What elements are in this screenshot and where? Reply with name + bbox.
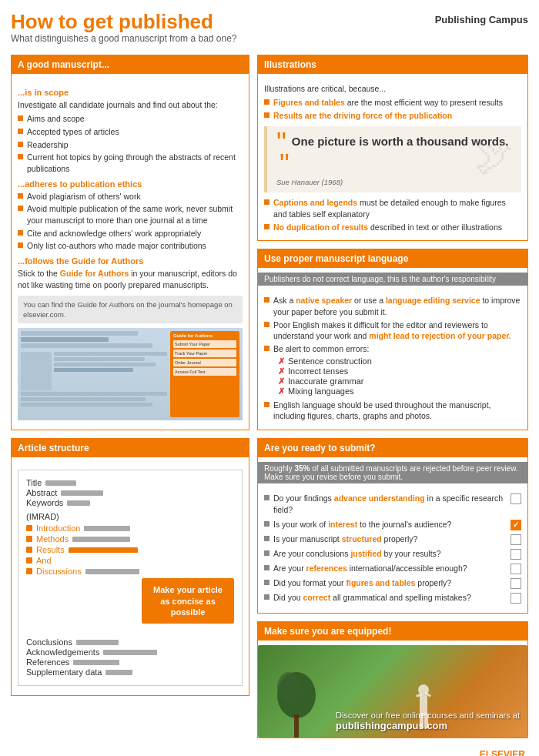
submit-header: Are you ready to submit?: [258, 439, 527, 457]
item-text: Are your conclusions justified by your r…: [273, 548, 507, 560]
x-icon: ✗: [278, 386, 285, 396]
errors-list: ✗Sentence construction ✗Incorrect tenses…: [278, 356, 521, 396]
bullet-icon: [264, 112, 270, 118]
error-item: ✗Mixing languages: [278, 386, 521, 396]
language-list: Ask a native speaker or use a language e…: [264, 295, 521, 354]
bullet-icon: [264, 224, 270, 229]
methods-bar: [26, 536, 32, 542]
checkbox[interactable]: [511, 564, 521, 574]
references-item: References: [26, 657, 234, 667]
checklist-item: Did you format your figures and tables p…: [264, 577, 521, 589]
supplementary-item: Supplementary data: [26, 667, 234, 677]
checkbox[interactable]: [511, 549, 521, 560]
item-text: Cite and acknowledge others' work approp…: [27, 228, 201, 239]
introduction-item: Introduction: [26, 524, 234, 533]
concise-callout: Make your article as concise as possible: [142, 578, 234, 624]
item-text: Avoid plagiarism of others' work: [27, 191, 141, 202]
discussions-data-bar: [85, 569, 139, 574]
submit-subheader: Roughly 35% of all submitted manuscripts…: [258, 462, 527, 483]
checkbox[interactable]: [511, 493, 521, 504]
checkmark-icon: ✓: [513, 520, 519, 530]
list-item: Results are the driving force of the pub…: [264, 110, 521, 122]
header: How to get published What distinguishes …: [11, 11, 528, 52]
checkbox[interactable]: [511, 534, 521, 545]
bullet-icon: [264, 565, 270, 570]
bullet-icon: [18, 243, 23, 248]
and-label: And: [36, 556, 52, 565]
page: How to get published What distinguishes …: [0, 0, 539, 756]
checkbox-checked[interactable]: ✓: [511, 520, 521, 530]
checklist-item: Did you correct all grammatical and spel…: [264, 592, 521, 604]
checkbox[interactable]: [511, 578, 521, 589]
item-text: Is your work of interest to the journal'…: [273, 519, 507, 530]
list-item: Ask a native speaker or use a language e…: [264, 295, 521, 317]
list-item: Figures and tables are the most efficien…: [264, 97, 521, 109]
ethics-list: Avoid plagiarism of others' work Avoid m…: [18, 191, 243, 252]
subtitle: What distinguishes a good manuscript fro…: [11, 33, 237, 44]
svg-rect-4: [420, 695, 427, 714]
error-text: Inaccurate grammar: [288, 376, 363, 386]
supp-label: Supplementary data: [26, 667, 102, 677]
x-icon: ✗: [278, 366, 285, 376]
bullet-icon: [264, 594, 270, 600]
bullet-icon: [18, 142, 23, 147]
methods-label: Methods: [36, 534, 69, 544]
results-data-bar: [69, 547, 138, 553]
quote-block: " One picture is worth a thousand words.…: [264, 126, 521, 193]
item-text: Are your references international/access…: [273, 563, 507, 574]
error-text: Incorrect tenses: [288, 366, 348, 376]
checklist-item: Is your work of interest to the journal'…: [264, 519, 521, 530]
list-item: Readership: [18, 139, 243, 151]
ack-label: Acknowledgements: [26, 647, 99, 657]
bullet-icon: [264, 402, 270, 407]
right-column: Illustrations Illustrations are critical…: [257, 55, 528, 746]
ref-label: References: [26, 657, 69, 667]
error-item: ✗Incorrect tenses: [278, 366, 521, 376]
bullet-icon: [264, 99, 270, 105]
bullet-icon: [18, 206, 23, 211]
bullet-icon: [18, 230, 23, 236]
error-item: ✗Sentence construction: [278, 356, 521, 366]
intro-label: Introduction: [36, 524, 80, 533]
list-item: Avoid multiple publication of the same w…: [18, 203, 243, 226]
discussions-item: Discussions: [26, 567, 234, 576]
item-text: Captions and legends must be detailed en…: [273, 197, 521, 219]
language-list2: English language should be used througho…: [264, 400, 521, 422]
info-box: You can find the Guide for Authors on th…: [18, 296, 243, 324]
keywords-label: Keywords: [26, 498, 63, 507]
abstract-item: Abstract: [26, 488, 234, 497]
item-text: Be alert to common errors:: [273, 343, 369, 355]
ref-bar: [73, 660, 119, 665]
list-item: Cite and acknowledge others' work approp…: [18, 228, 243, 239]
item-text: Only list co-authors who made major cont…: [27, 240, 206, 252]
svg-point-1: [277, 672, 300, 703]
results-label: Results: [36, 545, 65, 554]
in-scope-intro: Investigate all candidate journals and f…: [18, 99, 243, 111]
bullet-icon: [18, 193, 23, 199]
illustrations-header: Illustrations: [258, 55, 527, 74]
checklist-item: Do your findings advance understanding i…: [264, 493, 521, 515]
checklist-item: Are your references international/access…: [264, 563, 521, 574]
bullet-icon: [264, 346, 270, 351]
illustrations-body: Illustrations are critical, because... F…: [258, 79, 527, 241]
acknowledgements-item: Acknowledgements: [26, 647, 234, 657]
language-section: Use proper manuscript language Publisher…: [257, 249, 528, 430]
bird-decoration: 🕊: [475, 134, 514, 179]
checkbox[interactable]: [511, 593, 521, 604]
close-quote-icon: ": [280, 154, 290, 176]
list-item: Be alert to common errors:: [264, 343, 521, 355]
discussions-label: Discussions: [36, 567, 82, 576]
bullet-icon: [264, 536, 270, 541]
title-bar: [45, 480, 76, 486]
methods-item: Methods: [26, 534, 234, 544]
bullet-icon: [264, 580, 270, 585]
and-bar: [26, 557, 32, 564]
illustrations-list1: Figures and tables are the most efficien…: [264, 97, 521, 121]
article-structure-header: Article structure: [12, 439, 249, 457]
list-item: No duplication of results described in t…: [264, 222, 521, 233]
equipped-banner: Discover our free online courses and sem…: [258, 645, 527, 738]
supp-bar: [105, 670, 132, 675]
quote-author: Sue Hanauer (1968): [276, 178, 512, 186]
intro-data-bar: [84, 526, 130, 531]
item-text: Is your manuscript structured properly?: [273, 534, 507, 545]
